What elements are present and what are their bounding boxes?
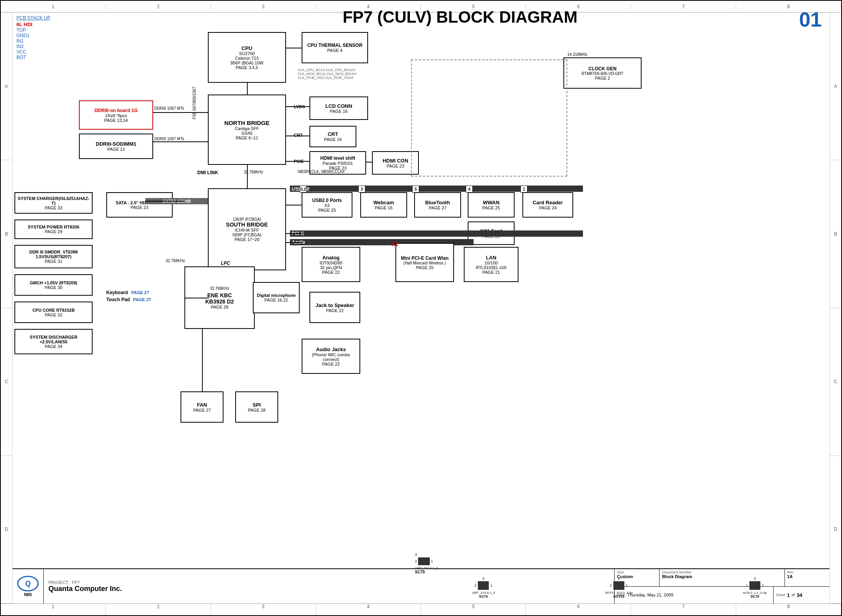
usb-sub: X3 (324, 203, 329, 208)
sc70-right: 3 1 2 sc70-2_1-1_3-3p SC70 (743, 577, 766, 598)
ddr-sodimm-signal: DDRIII 1067 MTs (154, 137, 184, 141)
minipcie-title: Mini PCI-E Card Wlan (401, 255, 449, 261)
clk-line-2: CLK_MCH_BCLK,CLK_MCH_BCLK# (298, 72, 357, 76)
sb-package: 569P (FCBGA) (232, 232, 261, 237)
spi-title: SPI (253, 402, 261, 408)
cpu-sub: Celeron 723 (235, 56, 259, 61)
sb-model: ICH9-M SFF (235, 228, 259, 232)
cpu-nb-line (247, 83, 248, 95)
page-number: 01 (799, 8, 822, 31)
lan-block: LAN 10/100 RTL8103EL-GR PAGE 21 (464, 247, 518, 282)
usb-ports-block: USB2.0 Ports X3 PAGE 25 (302, 192, 352, 218)
cr-page: PAGE 24 (539, 205, 556, 210)
sys-charger-page: PAGE 33 (45, 205, 62, 210)
sb-sub: 1363P (FCBGA) (233, 217, 261, 221)
pcb-stack-title[interactable]: PCB STACK UP (16, 14, 50, 21)
cpu-title: CPU (241, 45, 252, 51)
grid-bottom: 1 2 3 4 5 6 7 8 (1, 604, 841, 615)
crt-signal-label: CRT (294, 133, 303, 137)
tp-page: PAGE 27 (133, 297, 151, 302)
sys-charger-title: SYSTEM CHARGER(ISL6251AHAZ-T) (17, 196, 90, 205)
lan-page: PAGE 21 (482, 270, 500, 275)
fsb-label: FSB 667/800/1067 (192, 87, 197, 119)
pcb-layer-in2[interactable]: IN2 (16, 44, 50, 49)
spi-page: PAGE 28 (248, 408, 265, 412)
lcd-title: LCD CONN (325, 103, 352, 109)
clk-lines: CLK_CPU_BCLK,CLK_CPU_BCLK# CLK_MCH_BCLK,… (298, 68, 357, 80)
minipcie-block: Mini PCI-E Card Wlan (Half Minicard Wire… (395, 243, 454, 282)
webcam-title: Webcam (373, 200, 394, 205)
sot23-n3: 3 (618, 577, 620, 580)
card-reader-block: Card Reader PAGE 24 (522, 192, 573, 218)
ddr-board-sub: 1Rx8 *8pcs (105, 113, 127, 118)
hdmi-level-con-line (366, 162, 373, 162)
nb-hdmi-line (286, 161, 310, 162)
sc70r-label: SC70 (750, 595, 759, 598)
sc70-left: 3 2 1 UMT_213-3-1_3 SC70 (472, 577, 495, 598)
pcb-layer-gnd1[interactable]: GND1 (16, 33, 50, 38)
sb-ene-line (184, 298, 209, 298)
ddr-sodimm-nb-line (153, 141, 209, 142)
clk-line-3: CLK_PCIE_VGA,CLK_PCIE_VGA# (298, 76, 357, 80)
nb-sb-line (247, 165, 248, 189)
cpu-page: PAGE 3,4,5 (236, 65, 258, 70)
grid-row-b: B (1, 160, 12, 308)
pcb-layer-in1[interactable]: IN1 (16, 38, 50, 44)
sys-power-title: SYSTEM POWER RT8206 (28, 225, 79, 229)
clkgen-page: PAGE 2 (595, 76, 610, 80)
hdmi-con-title: HDMI CON (383, 158, 408, 164)
nb-lcd-line (286, 106, 310, 107)
usb-num-5: 5 (412, 186, 419, 193)
grid-bot-6: 6 (526, 604, 631, 615)
analog-title: Analog (322, 255, 340, 261)
sc70l-n2: 2 (474, 584, 476, 587)
sb-block: 1363P (FCBGA) SOUTH BRIDGE ICH9-M SFF 56… (208, 188, 286, 270)
sot23-model: SOT23_213-3_3-3p (605, 591, 633, 595)
sb-title: SOUTH BRIDGE (226, 221, 268, 228)
ddr-smddr-page: PAGE 31 (45, 259, 62, 264)
lcd-block: LCD CONN PAGE 16 (309, 96, 368, 120)
sys-dis-title: SYSTEM DISCHARGER +2.5V/LAN/S5 (17, 335, 90, 344)
hdmi-level-title: HDMI level shift (320, 155, 355, 161)
clkgen-block: CLOCK GEN RTM875N-606-VD-GRT PAGE 2 (563, 57, 642, 89)
analog-block: Analog IDT92HD80 32 pin,QFN PAGE 22 (302, 247, 360, 282)
sc70r-n2: 2 (762, 584, 764, 587)
sys-power-page: PAGE 29 (45, 229, 62, 234)
usb-num-4: 4 (466, 186, 473, 193)
pcb-layer-bot[interactable]: BOT (16, 55, 50, 60)
main-title: FP7 (CULV) BLOCK DIAGRAM (157, 8, 763, 27)
spi-block: SPI PAGE 28 (235, 391, 278, 423)
clk-freq-label: 14.318MHz (567, 52, 587, 57)
sc70r-n1: 1 (746, 584, 748, 587)
sot23-n1: 1 (626, 584, 628, 587)
sys-dis-page: PAGE 34 (45, 344, 62, 349)
footer-logo-area: Q NB5 (13, 569, 44, 604)
ene-fan-line (202, 329, 203, 392)
sb-azalia-line (286, 242, 302, 243)
nb-crt-line (286, 136, 310, 136)
sc70r-n3: 3 (754, 577, 756, 580)
pcb-layer-vcc[interactable]: VCC (16, 49, 50, 55)
usb-num-02: 0,2 (300, 186, 307, 193)
gmch-block: GMCH +1.05V (RT8209) PAGE 30 (14, 274, 93, 296)
grid-left: A B C D (1, 12, 13, 604)
grid-bot-3: 3 (211, 604, 316, 615)
components-area: 3 2 1 UMT_213-3-1_3 SC70 3 2 1 SOT23_213… (415, 550, 824, 600)
ene-model: KB3926 D2 (205, 298, 234, 305)
ddr-board-block: DDRIII-on board 1G 1Rx8 *8pcs PAGE 13,14 (79, 100, 153, 130)
sb-page: PAGE 17~20 (234, 237, 259, 242)
ddr-smddr-block: DDR III SMDDR_VTERM 1.5VSUS(RT8207) PAGE… (14, 245, 93, 268)
jack-title: Jack to Speaker (315, 302, 354, 308)
nb-title: NORTH BRIDGE (224, 120, 270, 126)
sys-charger-block: SYSTEM CHARGER(ISL6251AHAZ-T) PAGE 33 (14, 192, 93, 214)
grid-row-d: D (1, 456, 12, 604)
sot23-body-wrap: 2 1 (610, 581, 628, 590)
ddr-board-title: DDRIII-on board 1G (95, 108, 138, 113)
sata-page: PAGE 23 (131, 205, 148, 210)
sys-dis-block: SYSTEM DISCHARGER +2.5V/LAN/S5 PAGE 34 (14, 329, 93, 354)
pcb-layer-top[interactable]: TOP (16, 27, 50, 33)
cpu-core-block: CPU CORE RT8152B PAGE 32 (14, 302, 93, 323)
webcam-block: Webcam PAGE 16 (360, 192, 407, 218)
audio-sub: (Phone/ MIC combo connect) (304, 352, 358, 362)
minipcie-sub: (Half Minicard Wireless ) (404, 261, 446, 265)
